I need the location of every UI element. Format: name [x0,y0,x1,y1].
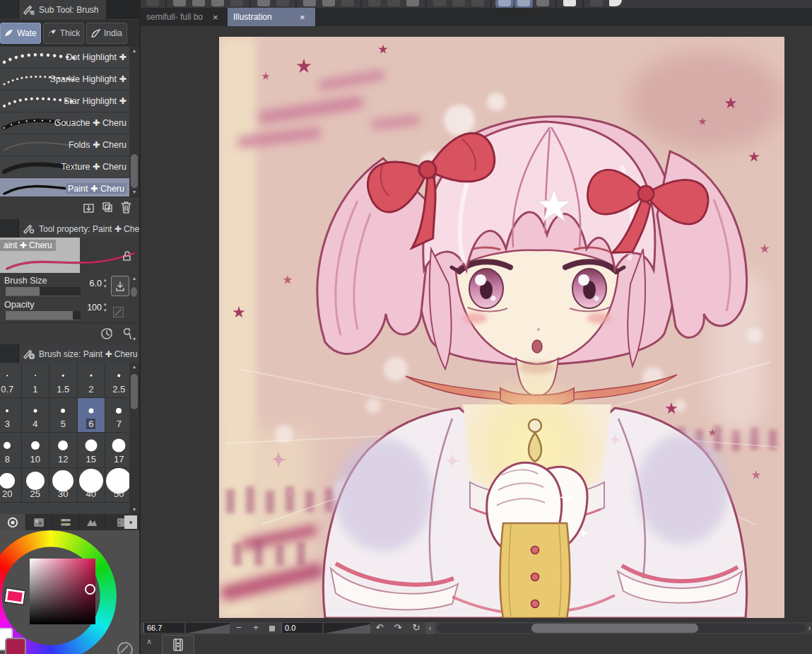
expand-bar-chevron[interactable]: ∧ [146,637,152,646]
brush-size-cell[interactable]: 8 [0,433,22,468]
import-subtool-icon[interactable] [82,201,95,214]
brush-size-cell[interactable]: 0.7 [0,363,22,398]
brush-size-cell[interactable]: 10 [22,433,50,468]
brush-size-cell[interactable]: 20 [0,468,22,503]
zoom-slider[interactable] [186,623,230,633]
brush-size-slider[interactable] [6,287,81,296]
toolbar-icon[interactable] [498,0,511,6]
brush-list-item[interactable]: Texture ✚ Cheru [0,156,129,178]
fit-to-screen-button[interactable] [269,626,275,631]
preset-india-ink-button[interactable]: India [86,23,127,44]
opacity-slider[interactable] [6,311,81,320]
scroll-down-arrow[interactable]: ▾ [133,506,136,514]
close-tab-icon[interactable]: × [300,12,305,23]
sv-cursor[interactable] [85,584,95,595]
tool-property-tab[interactable]: Tool property: Paint ✚ Cheru [19,219,139,238]
opacity-value[interactable]: 100 [79,303,102,313]
brush-size-cell[interactable]: 12 [49,433,78,468]
horizontal-scrollbar[interactable] [437,624,806,633]
toolbar-icon[interactable] [471,0,484,6]
document-tab-semifull[interactable]: semifull- full bo × [141,8,225,26]
brush-size-cell[interactable]: 25 [22,468,50,503]
document-tab-illustration[interactable]: Illustration × [228,8,315,26]
toolbar-icon[interactable] [173,0,186,6]
brush-size-cell[interactable]: 15 [78,433,106,468]
brush-list-item[interactable]: Dot Highlight ✚ [0,47,129,69]
brush-size-cell[interactable]: 2.5 [105,363,129,398]
unlock-icon[interactable] [122,250,133,262]
preset-thick-button[interactable]: Thick [43,23,84,44]
scroll-left-button[interactable]: ‹ [425,622,435,634]
brush-list-scrollbar[interactable]: ▴ ▾ [129,47,139,197]
scrollbar-thumb[interactable] [131,374,138,409]
rotate-value-field[interactable]: 0.0 [281,623,322,633]
brush-size-spinner[interactable]: ▴▾ [104,276,107,289]
toolbar-icon[interactable] [536,0,549,6]
toolbar-icon[interactable] [211,0,224,6]
scrollbar-thumb[interactable] [131,287,137,297]
brush-list-item[interactable]: Star Highlight ✚ [0,90,129,112]
scrollbar-thumb[interactable] [131,154,138,188]
toolbar-icon[interactable] [341,0,354,6]
sub-color-swatch[interactable] [5,638,26,654]
toolbar-icon[interactable] [517,0,530,6]
brush-size-cell[interactable]: 6 [78,398,106,433]
rotate-cw-button[interactable]: ↷ [391,621,405,635]
toolbar-icon[interactable] [387,0,400,6]
color-tabs-dropdown[interactable]: ▾ [124,515,137,529]
close-tab-icon[interactable]: × [213,12,218,23]
reset-rotation-button[interactable]: ↻ [409,621,423,635]
opacity-spinner[interactable]: ▴▾ [104,300,107,313]
toolbar-icon[interactable] [452,0,465,6]
brush-size-cell[interactable]: 7 [105,398,129,433]
brush-size-cell[interactable]: 30 [49,468,78,503]
transparent-color-button[interactable] [117,642,133,654]
toolbar-icon[interactable] [230,0,243,6]
brush-size-cell[interactable]: 50 [105,468,129,503]
zoom-value-field[interactable]: 66.7 [143,623,184,633]
toolbar-icon[interactable] [406,0,419,6]
subtool-panel-tab[interactable]: Sub Tool: Brush [19,0,106,19]
toolbar-icon[interactable] [368,0,381,6]
hscroll-thumb[interactable] [531,624,698,633]
scroll-right-button[interactable]: › [807,621,812,635]
toolbar-icon[interactable] [257,0,270,6]
opacity-option-toggle[interactable] [113,307,124,317]
zoom-out-button[interactable]: − [233,621,245,635]
brush-size-cell[interactable]: 3 [0,398,22,433]
rotate-ccw-button[interactable]: ↶ [372,621,387,635]
scroll-up-arrow[interactable]: ▴ [133,274,136,283]
rotate-slider[interactable] [324,623,370,633]
brush-list-item[interactable]: Folds ✚ Cheru [0,134,129,156]
brush-size-cell[interactable]: 5 [49,398,78,433]
brush-size-panel-tab[interactable]: Brush size: Paint ✚ Cheru [19,344,139,363]
duplicate-subtool-icon[interactable] [101,201,114,214]
scroll-up-arrow[interactable]: ▴ [133,47,136,55]
delete-subtool-icon[interactable] [120,201,132,214]
toolbar-icon[interactable] [563,0,576,6]
register-size-button[interactable] [111,276,129,296]
toolbar-icon[interactable] [192,0,205,6]
tab-color-set[interactable] [26,514,52,530]
wrench-icon[interactable] [119,327,132,340]
brush-size-cell[interactable]: 1 [22,363,50,398]
toolbar-icon[interactable] [276,0,289,6]
scroll-down-arrow[interactable]: ▾ [133,188,136,197]
hue-cursor[interactable] [5,588,25,604]
scroll-up-arrow[interactable]: ▴ [133,363,136,371]
reset-defaults-icon[interactable] [100,327,113,340]
brush-size-cell[interactable]: 40 [78,468,106,503]
toolbar-icon[interactable] [433,0,446,6]
toolbar-icon[interactable] [322,0,335,6]
brush-size-cell[interactable]: 2 [78,363,106,398]
toolbar-icon[interactable] [146,0,159,6]
brush-size-cell[interactable]: 4 [22,398,50,433]
preset-watercolor-button[interactable]: Wate [0,23,41,44]
brush-list-item[interactable]: Sparkle Highlight ✚ [0,69,129,90]
brush-size-value[interactable]: 6.0 [79,279,102,288]
navigator-popup-button[interactable] [162,635,194,654]
toolbar-icon[interactable] [590,0,603,6]
brush-size-cell[interactable]: 17 [105,433,129,468]
tab-approx-color[interactable] [79,514,105,530]
toolbar-icon[interactable] [609,0,622,6]
